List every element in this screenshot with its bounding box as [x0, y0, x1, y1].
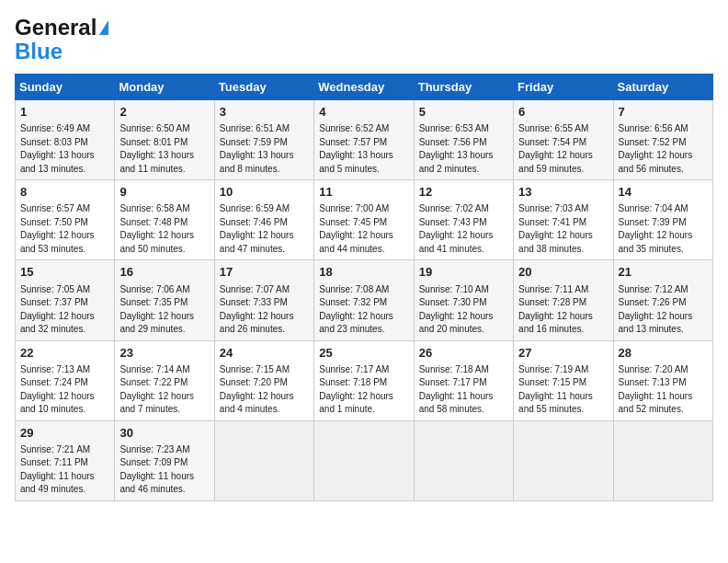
- calendar-cell-26: 26Sunrise: 7:18 AMSunset: 7:17 PMDayligh…: [414, 340, 513, 420]
- day-info: Sunrise: 6:58 AMSunset: 7:48 PMDaylight:…: [119, 202, 209, 256]
- day-number: 17: [220, 264, 309, 281]
- day-info: Sunrise: 7:18 AMSunset: 7:17 PMDaylight:…: [419, 363, 508, 417]
- calendar-cell-17: 17Sunrise: 7:07 AMSunset: 7:33 PMDayligh…: [214, 260, 313, 340]
- calendar-cell-3: 3Sunrise: 6:51 AMSunset: 7:59 PMDaylight…: [214, 100, 313, 180]
- day-number: 18: [319, 264, 408, 281]
- day-number: 25: [319, 345, 408, 362]
- day-info: Sunrise: 6:49 AMSunset: 8:03 PMDaylight:…: [20, 122, 109, 176]
- calendar-cell-19: 19Sunrise: 7:10 AMSunset: 7:30 PMDayligh…: [414, 260, 513, 340]
- day-number: 13: [518, 184, 608, 201]
- weekday-header-monday: Monday: [115, 75, 214, 100]
- day-info: Sunrise: 6:57 AMSunset: 7:50 PMDaylight:…: [20, 202, 109, 256]
- day-number: 28: [619, 345, 708, 362]
- day-number: 24: [220, 345, 309, 362]
- calendar-table: SundayMondayTuesdayWednesdayThursdayFrid…: [15, 74, 713, 501]
- calendar-cell-30: 30Sunrise: 7:23 AMSunset: 7:09 PMDayligh…: [115, 420, 214, 500]
- calendar-cell-18: 18Sunrise: 7:08 AMSunset: 7:32 PMDayligh…: [314, 260, 414, 340]
- calendar-cell-7: 7Sunrise: 6:56 AMSunset: 7:52 PMDaylight…: [613, 100, 712, 180]
- day-info: Sunrise: 7:19 AMSunset: 7:15 PMDaylight:…: [518, 363, 608, 417]
- day-info: Sunrise: 7:07 AMSunset: 7:33 PMDaylight:…: [220, 283, 309, 337]
- empty-cell: [414, 420, 513, 500]
- day-number: 16: [119, 264, 209, 281]
- page-header: General Blue: [15, 15, 713, 63]
- day-number: 26: [419, 345, 508, 362]
- day-info: Sunrise: 7:05 AMSunset: 7:37 PMDaylight:…: [20, 283, 109, 337]
- day-info: Sunrise: 6:53 AMSunset: 7:56 PMDaylight:…: [419, 122, 508, 176]
- day-number: 9: [119, 184, 209, 201]
- day-number: 12: [419, 184, 508, 201]
- day-info: Sunrise: 6:56 AMSunset: 7:52 PMDaylight:…: [619, 122, 708, 176]
- calendar-cell-9: 9Sunrise: 6:58 AMSunset: 7:48 PMDaylight…: [115, 180, 214, 260]
- calendar-cell-13: 13Sunrise: 7:03 AMSunset: 7:41 PMDayligh…: [514, 180, 613, 260]
- calendar-cell-25: 25Sunrise: 7:17 AMSunset: 7:18 PMDayligh…: [314, 340, 414, 420]
- day-number: 15: [20, 264, 109, 281]
- day-number: 29: [20, 425, 109, 442]
- empty-cell: [214, 420, 313, 500]
- day-number: 8: [20, 184, 109, 201]
- weekday-header-tuesday: Tuesday: [214, 75, 313, 100]
- day-info: Sunrise: 6:52 AMSunset: 7:57 PMDaylight:…: [319, 122, 408, 176]
- day-info: Sunrise: 7:03 AMSunset: 7:41 PMDaylight:…: [518, 202, 608, 256]
- day-number: 27: [518, 345, 608, 362]
- day-info: Sunrise: 7:17 AMSunset: 7:18 PMDaylight:…: [319, 363, 408, 417]
- day-number: 20: [518, 264, 608, 281]
- day-info: Sunrise: 6:51 AMSunset: 7:59 PMDaylight:…: [220, 122, 309, 176]
- day-info: Sunrise: 7:08 AMSunset: 7:32 PMDaylight:…: [319, 283, 408, 337]
- day-number: 22: [20, 345, 109, 362]
- day-number: 14: [619, 184, 708, 201]
- logo: General Blue: [15, 15, 108, 63]
- weekday-header-friday: Friday: [514, 75, 613, 100]
- logo-text-general: General: [15, 15, 97, 40]
- calendar-cell-14: 14Sunrise: 7:04 AMSunset: 7:39 PMDayligh…: [613, 180, 712, 260]
- day-number: 5: [419, 104, 508, 121]
- calendar-cell-8: 8Sunrise: 6:57 AMSunset: 7:50 PMDaylight…: [16, 180, 115, 260]
- empty-cell: [613, 420, 712, 500]
- day-number: 6: [518, 104, 608, 121]
- day-number: 1: [20, 104, 109, 121]
- day-info: Sunrise: 7:15 AMSunset: 7:20 PMDaylight:…: [220, 363, 309, 417]
- calendar-cell-2: 2Sunrise: 6:50 AMSunset: 8:01 PMDaylight…: [115, 100, 214, 180]
- calendar-cell-1: 1Sunrise: 6:49 AMSunset: 8:03 PMDaylight…: [16, 100, 115, 180]
- weekday-header-sunday: Sunday: [16, 75, 115, 100]
- calendar-cell-21: 21Sunrise: 7:12 AMSunset: 7:26 PMDayligh…: [613, 260, 712, 340]
- calendar-cell-12: 12Sunrise: 7:02 AMSunset: 7:43 PMDayligh…: [414, 180, 513, 260]
- calendar-cell-15: 15Sunrise: 7:05 AMSunset: 7:37 PMDayligh…: [16, 260, 115, 340]
- day-number: 10: [220, 184, 309, 201]
- calendar-cell-20: 20Sunrise: 7:11 AMSunset: 7:28 PMDayligh…: [514, 260, 613, 340]
- calendar-cell-24: 24Sunrise: 7:15 AMSunset: 7:20 PMDayligh…: [214, 340, 313, 420]
- day-number: 2: [119, 104, 209, 121]
- day-number: 21: [619, 264, 708, 281]
- day-number: 4: [319, 104, 408, 121]
- empty-cell: [314, 420, 414, 500]
- calendar-cell-5: 5Sunrise: 6:53 AMSunset: 7:56 PMDaylight…: [414, 100, 513, 180]
- weekday-header-wednesday: Wednesday: [314, 75, 414, 100]
- day-info: Sunrise: 7:02 AMSunset: 7:43 PMDaylight:…: [419, 202, 508, 256]
- day-info: Sunrise: 7:00 AMSunset: 7:45 PMDaylight:…: [319, 202, 408, 256]
- logo-text-blue: Blue: [15, 40, 63, 63]
- day-info: Sunrise: 6:55 AMSunset: 7:54 PMDaylight:…: [518, 122, 608, 176]
- day-info: Sunrise: 7:14 AMSunset: 7:22 PMDaylight:…: [119, 363, 209, 417]
- day-number: 7: [619, 104, 708, 121]
- calendar-cell-27: 27Sunrise: 7:19 AMSunset: 7:15 PMDayligh…: [514, 340, 613, 420]
- day-number: 23: [119, 345, 209, 362]
- day-info: Sunrise: 6:59 AMSunset: 7:46 PMDaylight:…: [220, 202, 309, 256]
- day-number: 3: [220, 104, 309, 121]
- day-info: Sunrise: 7:21 AMSunset: 7:11 PMDaylight:…: [20, 443, 109, 497]
- calendar-cell-16: 16Sunrise: 7:06 AMSunset: 7:35 PMDayligh…: [115, 260, 214, 340]
- calendar-cell-28: 28Sunrise: 7:20 AMSunset: 7:13 PMDayligh…: [613, 340, 712, 420]
- day-info: Sunrise: 7:12 AMSunset: 7:26 PMDaylight:…: [619, 283, 708, 337]
- calendar-cell-10: 10Sunrise: 6:59 AMSunset: 7:46 PMDayligh…: [214, 180, 313, 260]
- empty-cell: [514, 420, 613, 500]
- day-info: Sunrise: 6:50 AMSunset: 8:01 PMDaylight:…: [119, 122, 209, 176]
- day-info: Sunrise: 7:06 AMSunset: 7:35 PMDaylight:…: [119, 283, 209, 337]
- day-info: Sunrise: 7:11 AMSunset: 7:28 PMDaylight:…: [518, 283, 608, 337]
- day-info: Sunrise: 7:13 AMSunset: 7:24 PMDaylight:…: [20, 363, 109, 417]
- calendar-cell-6: 6Sunrise: 6:55 AMSunset: 7:54 PMDaylight…: [514, 100, 613, 180]
- day-info: Sunrise: 7:04 AMSunset: 7:39 PMDaylight:…: [619, 202, 708, 256]
- day-number: 11: [319, 184, 408, 201]
- logo-icon: [99, 20, 108, 35]
- day-info: Sunrise: 7:23 AMSunset: 7:09 PMDaylight:…: [119, 443, 209, 497]
- calendar-cell-23: 23Sunrise: 7:14 AMSunset: 7:22 PMDayligh…: [115, 340, 214, 420]
- calendar-cell-29: 29Sunrise: 7:21 AMSunset: 7:11 PMDayligh…: [16, 420, 115, 500]
- day-number: 30: [119, 425, 209, 442]
